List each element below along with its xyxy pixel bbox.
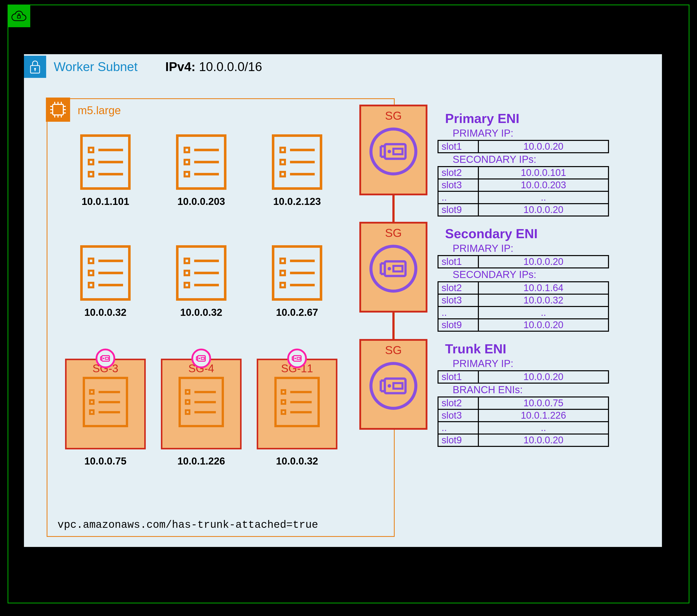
table-row: slot910.0.0.20: [438, 434, 608, 446]
chip-icon: [46, 97, 70, 122]
table-row: slot210.0.0.101: [438, 167, 608, 179]
sg-label: SG: [385, 226, 402, 240]
pod-icon: [83, 377, 128, 427]
vpc-icon: [8, 4, 30, 27]
ip-table: slot110.0.0.20: [438, 140, 609, 153]
slot-cell: ..: [438, 191, 478, 204]
ec2-instance: m5.large 10.0.1.101 10.0.0.203: [47, 98, 395, 537]
secondary-ips-label: SECONDARY IPs:: [453, 269, 649, 280]
pod-icon: [80, 245, 131, 301]
sg-pod-box: SG-4: [161, 359, 241, 449]
branch-eni-icon: [287, 349, 307, 368]
sg-pod: SG-11 10.0.0.32: [249, 354, 345, 467]
svg-point-33: [388, 384, 391, 388]
svg-point-30: [388, 267, 391, 270]
ip-table: slot110.0.0.20: [438, 255, 609, 268]
pod-ip: 10.0.2.67: [276, 307, 318, 318]
svg-rect-3: [34, 69, 35, 71]
table-row: slot910.0.0.20: [438, 319, 608, 331]
slot-cell: slot2: [438, 397, 478, 409]
branch-eni-icon: [191, 349, 211, 368]
pod-ip: 10.0.0.75: [85, 455, 127, 467]
instance-label: vpc.amazonaws.com/has-trunk-attached=tru…: [58, 519, 318, 531]
pod: 10.0.0.203: [153, 132, 249, 238]
svg-rect-31: [394, 266, 402, 271]
svg-rect-34: [394, 383, 402, 389]
ip-table: slot210.0.0.75 slot310.0.1.226 .... slot…: [438, 396, 609, 447]
ip-cell: 10.0.1.64: [478, 282, 608, 294]
ip-cell: ..: [478, 191, 608, 204]
secondary-eni-block: Secondary ENI PRIMARY IP: slot110.0.0.20…: [435, 226, 649, 332]
svg-point-18: [103, 358, 104, 359]
branch-eni-icon: [95, 349, 115, 368]
eni-title: Secondary ENI: [445, 226, 649, 241]
table-row: slot210.0.1.64: [438, 282, 608, 294]
table-row: slot310.0.0.203: [438, 179, 608, 191]
pods-grid: 10.0.1.101 10.0.0.203 10.0.2.123: [58, 132, 345, 467]
slot-cell: slot9: [438, 434, 478, 446]
pod-icon: [176, 134, 226, 190]
ip-cell: ..: [478, 306, 608, 319]
ip-cell: 10.0.0.20: [478, 371, 608, 383]
table-row: slot210.0.0.75: [438, 397, 608, 409]
pod-ip: 10.0.1.226: [177, 455, 225, 467]
svg-rect-22: [201, 357, 204, 359]
ip-cell: 10.0.0.203: [478, 179, 608, 191]
eni-card-secondary: SG: [359, 222, 427, 313]
eni-stack: SG SG SG: [359, 105, 427, 430]
slot-cell: slot1: [438, 371, 478, 383]
slot-cell: ..: [438, 422, 478, 434]
ip-cell: 10.0.0.75: [478, 397, 608, 409]
pod-ip: 10.0.0.32: [180, 307, 222, 318]
eni-connector: [392, 313, 395, 339]
primary-ip-label: PRIMARY IP:: [453, 358, 649, 369]
table-row: slot110.0.0.20: [438, 256, 608, 268]
pod-icon: [275, 377, 320, 427]
svg-rect-4: [53, 104, 63, 115]
svg-rect-0: [17, 16, 20, 18]
eni-title: Primary ENI: [445, 111, 649, 126]
ipv4-label: IPv4:: [165, 60, 196, 74]
pod-ip: 10.0.1.101: [81, 196, 129, 207]
ip-cell: 10.0.0.20: [478, 204, 608, 216]
nic-icon: [369, 245, 417, 292]
instance-type: m5.large: [78, 104, 121, 117]
pod-ip: 10.0.0.32: [276, 455, 318, 467]
pod: 10.0.0.32: [58, 243, 153, 349]
pod-icon: [272, 245, 322, 301]
ip-cell: 10.0.0.20: [478, 140, 608, 153]
ip-cell: 10.0.0.101: [478, 167, 608, 179]
slot-cell: slot3: [438, 294, 478, 306]
slot-cell: ..: [438, 306, 478, 319]
subnet-title: Worker Subnet: [54, 59, 138, 74]
slot-cell: slot3: [438, 179, 478, 191]
sg-pod-box: SG-3: [65, 359, 146, 449]
sg-pod: SG-4 10.0.1.226: [153, 354, 249, 467]
ip-table: slot110.0.0.20: [438, 370, 609, 384]
trunk-eni-block: Trunk ENI PRIMARY IP: slot110.0.0.20 BRA…: [435, 341, 649, 447]
svg-point-27: [388, 150, 391, 153]
secondary-ips-label: SECONDARY IPs:: [453, 154, 649, 165]
pod-icon: [80, 134, 131, 190]
ip-cell: 10.0.1.226: [478, 409, 608, 422]
sg-pod: SG-3 10.0.0.75: [58, 354, 153, 467]
subnet-cidr: IPv4: 10.0.0.0/16: [165, 59, 262, 74]
pod-icon: [272, 134, 322, 190]
svg-rect-19: [105, 357, 108, 359]
svg-point-21: [199, 358, 200, 359]
ip-cell: 10.0.0.32: [478, 294, 608, 306]
svg-point-24: [295, 358, 296, 359]
table-row: slot910.0.0.20: [438, 204, 608, 216]
nic-icon: [369, 127, 417, 176]
sg-label: SG: [385, 109, 402, 122]
slot-cell: slot2: [438, 282, 478, 294]
subnet-header: Worker Subnet IPv4: 10.0.0.0/16: [24, 54, 662, 79]
pod-ip: 10.0.0.203: [177, 196, 225, 207]
pod-ip: 10.0.2.123: [273, 196, 321, 207]
ip-table: slot210.0.1.64 slot310.0.0.32 .... slot9…: [438, 281, 609, 332]
pod-icon: [176, 245, 226, 301]
eni-card-trunk: SG: [359, 339, 427, 430]
primary-eni-block: Primary ENI PRIMARY IP: slot110.0.0.20 S…: [435, 111, 649, 216]
ip-cell: 10.0.0.20: [478, 434, 608, 446]
table-row: slot110.0.0.20: [438, 371, 608, 383]
